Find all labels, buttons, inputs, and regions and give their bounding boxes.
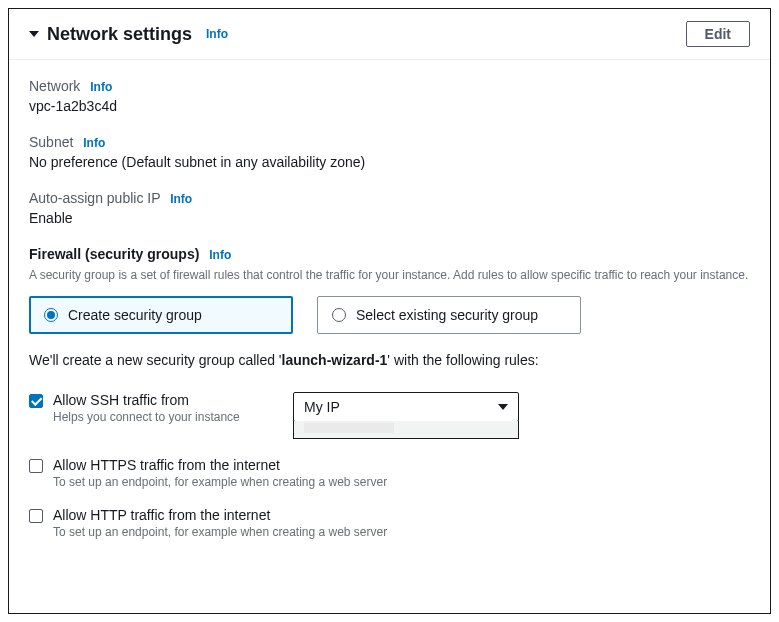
chevron-down-icon bbox=[498, 404, 508, 410]
ssh-checkbox[interactable] bbox=[29, 394, 43, 408]
header-info-link[interactable]: Info bbox=[206, 27, 228, 41]
radio-icon bbox=[44, 308, 58, 322]
firewall-info-link[interactable]: Info bbox=[209, 248, 231, 262]
https-rule: Allow HTTPS traffic from the internet To… bbox=[29, 457, 750, 489]
edit-button[interactable]: Edit bbox=[686, 21, 750, 47]
http-rule-title: Allow HTTP traffic from the internet bbox=[53, 507, 750, 523]
autoip-label: Auto-assign public IP bbox=[29, 190, 160, 206]
ssh-source-select[interactable]: My IP bbox=[293, 392, 519, 422]
subnet-label: Subnet bbox=[29, 134, 73, 150]
https-checkbox[interactable] bbox=[29, 459, 43, 473]
http-rule: Allow HTTP traffic from the internet To … bbox=[29, 507, 750, 539]
https-rule-desc: To set up an endpoint, for example when … bbox=[53, 475, 750, 489]
network-field: Network Info vpc-1a2b3c4d bbox=[29, 78, 750, 114]
autoip-field: Auto-assign public IP Info Enable bbox=[29, 190, 750, 226]
create-security-group-tile[interactable]: Create security group bbox=[29, 296, 293, 334]
http-checkbox[interactable] bbox=[29, 509, 43, 523]
create-sg-label: Create security group bbox=[68, 307, 202, 323]
subnet-field: Subnet Info No preference (Default subne… bbox=[29, 134, 750, 170]
https-rule-title: Allow HTTPS traffic from the internet bbox=[53, 457, 750, 473]
network-label: Network bbox=[29, 78, 80, 94]
firewall-option-row: Create security group Select existing se… bbox=[29, 296, 750, 334]
http-rule-desc: To set up an endpoint, for example when … bbox=[53, 525, 750, 539]
ssh-source-ip-display bbox=[293, 421, 519, 439]
network-value: vpc-1a2b3c4d bbox=[29, 98, 750, 114]
network-settings-panel: Network settings Info Edit Network Info … bbox=[8, 8, 771, 614]
autoip-value: Enable bbox=[29, 210, 750, 226]
subnet-value: No preference (Default subnet in any ava… bbox=[29, 154, 750, 170]
radio-icon bbox=[332, 308, 346, 322]
collapse-caret-icon[interactable] bbox=[29, 31, 39, 37]
sg-note-name: launch-wizard-1 bbox=[282, 352, 388, 368]
autoip-info-link[interactable]: Info bbox=[170, 192, 192, 206]
panel-header: Network settings Info Edit bbox=[9, 9, 770, 60]
select-sg-label: Select existing security group bbox=[356, 307, 538, 323]
ssh-rule-desc: Helps you connect to your instance bbox=[53, 410, 283, 424]
sg-create-note: We'll create a new security group called… bbox=[29, 352, 750, 368]
sg-note-prefix: We'll create a new security group called… bbox=[29, 352, 282, 368]
firewall-desc: A security group is a set of firewall ru… bbox=[29, 266, 750, 284]
ssh-rule: Allow SSH traffic from Helps you connect… bbox=[29, 392, 750, 439]
firewall-field: Firewall (security groups) Info A securi… bbox=[29, 246, 750, 539]
firewall-label: Firewall (security groups) bbox=[29, 246, 199, 262]
subnet-info-link[interactable]: Info bbox=[83, 136, 105, 150]
panel-title: Network settings bbox=[47, 24, 192, 45]
ssh-source-value: My IP bbox=[304, 399, 340, 415]
ssh-rule-title: Allow SSH traffic from bbox=[53, 392, 283, 408]
sg-note-suffix: ' with the following rules: bbox=[387, 352, 538, 368]
redacted-ip bbox=[304, 423, 394, 433]
network-info-link[interactable]: Info bbox=[90, 80, 112, 94]
panel-body: Network Info vpc-1a2b3c4d Subnet Info No… bbox=[9, 60, 770, 557]
select-existing-security-group-tile[interactable]: Select existing security group bbox=[317, 296, 581, 334]
